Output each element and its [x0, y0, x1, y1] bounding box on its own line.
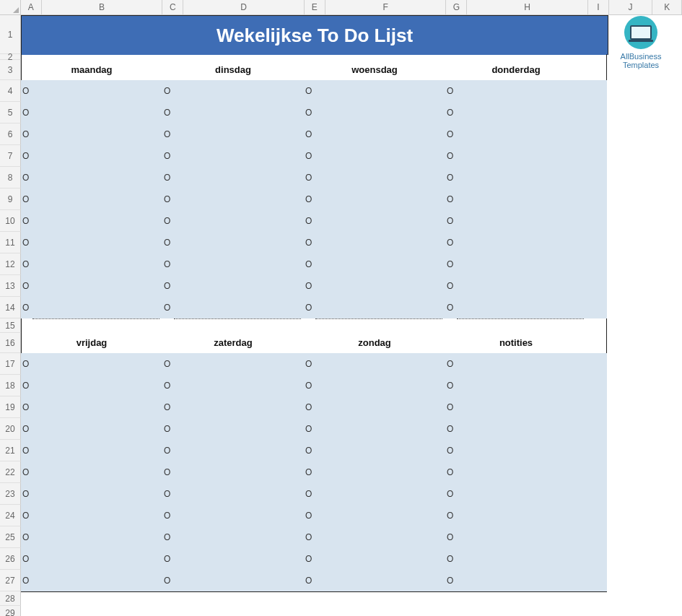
row-header-20[interactable]: 20	[0, 418, 21, 440]
task-cell[interactable]: O	[304, 123, 445, 145]
row-header-22[interactable]: 22	[0, 461, 21, 483]
task-cell[interactable]: O	[445, 526, 587, 548]
task-cell[interactable]: O	[304, 570, 445, 591]
task-cell[interactable]: O	[304, 145, 445, 167]
task-cell[interactable]: O	[162, 167, 304, 188]
row-header-19[interactable]: 19	[0, 396, 21, 418]
task-cell[interactable]: O	[445, 440, 587, 461]
task-cell[interactable]: O	[445, 80, 587, 102]
col-header-H[interactable]: H	[467, 0, 588, 14]
task-cell[interactable]: O	[162, 548, 304, 570]
task-cell[interactable]: O	[304, 440, 445, 461]
task-cell[interactable]: O	[162, 253, 304, 275]
task-cell[interactable]: O	[304, 353, 445, 375]
row-header-12[interactable]: 12	[0, 253, 21, 275]
col-header-F[interactable]: F	[325, 0, 447, 14]
col-header-E[interactable]: E	[305, 0, 325, 14]
task-cell[interactable]: O	[304, 375, 445, 396]
task-cell[interactable]: O	[162, 396, 304, 418]
task-cell[interactable]: O	[304, 275, 445, 297]
task-cell[interactable]: O	[445, 461, 587, 483]
task-cell[interactable]: O	[445, 167, 587, 188]
task-cell[interactable]: O	[21, 570, 162, 591]
row-header-29[interactable]: 29	[0, 606, 21, 616]
task-cell[interactable]: O	[304, 505, 445, 526]
row-header-9[interactable]: 9	[0, 188, 21, 210]
col-header-I[interactable]: I	[588, 0, 609, 14]
task-cell[interactable]: O	[21, 80, 162, 102]
row-header-15[interactable]: 15	[0, 318, 21, 333]
task-cell[interactable]: O	[445, 353, 587, 375]
task-cell[interactable]: O	[21, 440, 162, 461]
task-cell[interactable]: O	[21, 461, 162, 483]
task-cell[interactable]: O	[445, 505, 587, 526]
task-cell[interactable]: O	[445, 396, 587, 418]
row-header-24[interactable]: 24	[0, 505, 21, 526]
task-cell[interactable]: O	[21, 167, 162, 188]
task-cell[interactable]: O	[445, 297, 587, 318]
select-all-corner[interactable]	[0, 0, 21, 14]
row-header-18[interactable]: 18	[0, 375, 21, 396]
row-header-21[interactable]: 21	[0, 440, 21, 461]
task-cell[interactable]: O	[162, 188, 304, 210]
row-header-2[interactable]: 2	[0, 54, 21, 60]
task-cell[interactable]: O	[21, 253, 162, 275]
task-cell[interactable]: O	[445, 570, 587, 591]
task-cell[interactable]: O	[21, 548, 162, 570]
row-header-17[interactable]: 17	[0, 353, 21, 375]
col-header-B[interactable]: B	[42, 0, 163, 14]
task-cell[interactable]: O	[162, 375, 304, 396]
row-header-28[interactable]: 28	[0, 591, 21, 606]
row-header-26[interactable]: 26	[0, 548, 21, 570]
task-cell[interactable]: O	[21, 375, 162, 396]
row-header-10[interactable]: 10	[0, 210, 21, 232]
task-cell[interactable]: O	[304, 483, 445, 505]
row-header-11[interactable]: 11	[0, 232, 21, 253]
task-cell[interactable]: O	[304, 80, 445, 102]
task-cell[interactable]: O	[21, 232, 162, 253]
col-header-J[interactable]: J	[609, 0, 653, 14]
task-cell[interactable]: O	[162, 526, 304, 548]
task-cell[interactable]: O	[162, 483, 304, 505]
task-cell[interactable]: O	[162, 505, 304, 526]
task-cell[interactable]: O	[304, 418, 445, 440]
task-cell[interactable]: O	[445, 483, 587, 505]
task-cell[interactable]: O	[304, 102, 445, 123]
task-cell[interactable]: O	[445, 548, 587, 570]
row-header-23[interactable]: 23	[0, 483, 21, 505]
task-cell[interactable]: O	[304, 232, 445, 253]
task-cell[interactable]: O	[21, 210, 162, 232]
task-cell[interactable]: O	[445, 210, 587, 232]
row-header-5[interactable]: 5	[0, 102, 21, 123]
task-cell[interactable]: O	[162, 80, 304, 102]
task-cell[interactable]: O	[162, 353, 304, 375]
col-header-K[interactable]: K	[652, 0, 682, 14]
task-cell[interactable]: O	[304, 461, 445, 483]
row-header-8[interactable]: 8	[0, 167, 21, 188]
task-cell[interactable]: O	[445, 232, 587, 253]
row-header-6[interactable]: 6	[0, 123, 21, 145]
task-cell[interactable]: O	[445, 188, 587, 210]
task-cell[interactable]: O	[304, 188, 445, 210]
row-header-27[interactable]: 27	[0, 570, 21, 591]
task-cell[interactable]: O	[445, 418, 587, 440]
row-header-13[interactable]: 13	[0, 275, 21, 297]
task-cell[interactable]: O	[304, 253, 445, 275]
task-cell[interactable]: O	[162, 232, 304, 253]
task-cell[interactable]: O	[445, 102, 587, 123]
task-cell[interactable]: O	[21, 353, 162, 375]
task-cell[interactable]: O	[162, 570, 304, 591]
task-cell[interactable]: O	[304, 548, 445, 570]
task-cell[interactable]: O	[21, 396, 162, 418]
task-cell[interactable]: O	[21, 102, 162, 123]
task-cell[interactable]: O	[445, 275, 587, 297]
col-header-C[interactable]: C	[162, 0, 183, 14]
task-cell[interactable]: O	[304, 167, 445, 188]
task-cell[interactable]: O	[21, 483, 162, 505]
col-header-D[interactable]: D	[183, 0, 305, 14]
task-cell[interactable]: O	[162, 102, 304, 123]
task-cell[interactable]: O	[162, 210, 304, 232]
row-header-25[interactable]: 25	[0, 526, 21, 548]
task-cell[interactable]: O	[162, 440, 304, 461]
task-cell[interactable]: O	[304, 297, 445, 318]
